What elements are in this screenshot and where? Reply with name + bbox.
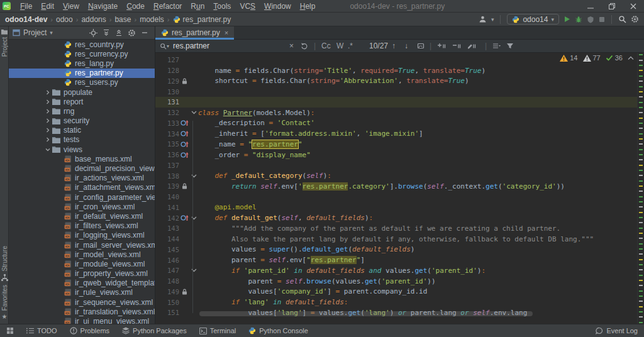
tree-item-ir_mail_server_views-xml[interactable]: <>ir_mail_server_views.xml bbox=[9, 240, 155, 250]
breadcrumb-item[interactable]: models bbox=[140, 15, 164, 24]
tree-item-report[interactable]: report bbox=[9, 97, 155, 106]
code-line-150[interactable]: 150 if 'lang' in default_fields: bbox=[155, 297, 637, 307]
tab-close-icon[interactable]: × bbox=[225, 29, 228, 36]
breadcrumb-item[interactable]: addons bbox=[81, 15, 106, 24]
filter-results-button[interactable] bbox=[492, 40, 501, 52]
settings-button[interactable] bbox=[631, 15, 639, 23]
tool-stripe-project[interactable]: Project bbox=[0, 29, 9, 57]
words-toggle[interactable]: W bbox=[336, 40, 343, 52]
code-line-144[interactable]: 144 Also take the parent lang by default… bbox=[155, 234, 637, 245]
tree-item-ir_rule_views-xml[interactable]: <>ir_rule_views.xml bbox=[9, 288, 155, 297]
menu-run[interactable]: Run bbox=[186, 2, 209, 11]
new-search-icon[interactable] bbox=[301, 40, 308, 52]
code-lines[interactable]: 127128 name = fields.Char(string='Title'… bbox=[155, 55, 637, 318]
find-in-selection-button[interactable] bbox=[417, 40, 425, 52]
chevron-right-icon[interactable] bbox=[45, 109, 52, 114]
menu-tools[interactable]: Tools bbox=[209, 2, 235, 11]
tool-stripe-favorites[interactable]: Favorites ★ bbox=[0, 285, 9, 320]
code-line-132[interactable]: 132class Partner(models.Model): bbox=[155, 108, 637, 118]
code-line-136[interactable]: 136 _order = "display_name" bbox=[155, 150, 637, 160]
select-occurrences-button[interactable] bbox=[467, 40, 476, 52]
tree-item-ir_logging_views-xml[interactable]: <>ir_logging_views.xml bbox=[9, 231, 155, 240]
remove-occurrence-button[interactable] bbox=[452, 40, 461, 52]
panel-settings-button[interactable] bbox=[128, 29, 136, 37]
menu-navigate[interactable]: Navigate bbox=[84, 2, 122, 11]
tree-item-ir_module_views-xml[interactable]: <>ir_module_views.xml bbox=[9, 259, 155, 268]
code-line-135[interactable]: 135 _name = "res.partner" bbox=[155, 139, 637, 150]
clear-search-icon[interactable]: × bbox=[289, 40, 294, 52]
code-line-143[interactable]: 143 """Add the company of the parent as … bbox=[155, 223, 637, 234]
coverage-button[interactable] bbox=[587, 16, 594, 23]
find-input[interactable]: res.partner bbox=[173, 40, 209, 52]
code-line-130[interactable]: 130 bbox=[155, 86, 637, 97]
code-line-142[interactable]: 142 def default_get(self, default_fields… bbox=[155, 213, 637, 223]
project-panel-title[interactable]: Project bbox=[23, 28, 47, 37]
tab-res-partner[interactable]: res_partner.py × bbox=[155, 26, 234, 39]
code-line-148[interactable]: 148 parent = self.browse(values.get('par… bbox=[155, 276, 637, 287]
tree-item-static[interactable]: static bbox=[9, 126, 155, 135]
user-icon[interactable] bbox=[479, 15, 487, 23]
add-occurrence-button[interactable] bbox=[437, 40, 446, 52]
tree-item-security[interactable]: security bbox=[9, 116, 155, 126]
tree-item-decimal_precision_views-xml[interactable]: <>decimal_precision_views.xml bbox=[9, 163, 155, 173]
tree-item-ir_default_views-xml[interactable]: <>ir_default_views.xml bbox=[9, 211, 155, 221]
breadcrumb-item[interactable]: res_partner.py bbox=[173, 15, 231, 24]
statusbar-tool-switcher[interactable] bbox=[6, 327, 14, 334]
next-match-button[interactable]: ↓ bbox=[404, 40, 408, 52]
breadcrumb-item[interactable]: odoo14-dev bbox=[5, 15, 47, 24]
error-stripe-scrollbar[interactable] bbox=[637, 53, 644, 324]
code-line-147[interactable]: 147 if 'parent_id' in default_fields and… bbox=[155, 265, 637, 276]
menu-code[interactable]: Code bbox=[122, 2, 149, 11]
tree-item-ir_actions_views-xml[interactable]: <>ir_actions_views.xml bbox=[9, 174, 155, 183]
statusbar-python-packages[interactable]: Python Packages bbox=[122, 327, 187, 334]
code-line-141[interactable]: 141 @api.model bbox=[155, 202, 637, 213]
menu-refactor[interactable]: Refactor bbox=[149, 2, 186, 11]
collapse-all-button[interactable] bbox=[115, 29, 123, 36]
code-line-145[interactable]: 145 values = super().default_get(default… bbox=[155, 245, 637, 255]
prev-match-button[interactable]: ↑ bbox=[392, 40, 396, 52]
tree-item-ir_attachment_views-xml[interactable]: <>ir_attachment_views.xml bbox=[9, 183, 155, 192]
menu-help[interactable]: Help bbox=[296, 2, 320, 11]
search-everywhere-button[interactable] bbox=[618, 15, 626, 23]
fold-marker-icon[interactable] bbox=[191, 111, 197, 114]
tree-item-res_country-py[interactable]: res_country.py bbox=[9, 40, 155, 49]
run-button[interactable] bbox=[564, 16, 570, 23]
code-line-134[interactable]: 134 _inherit = ['format.address.mixin', … bbox=[155, 128, 637, 139]
menu-vcs[interactable]: VCS bbox=[235, 2, 260, 11]
tree-item-ir_cron_views-xml[interactable]: <>ir_cron_views.xml bbox=[9, 202, 155, 211]
regex-toggle[interactable]: .* bbox=[348, 40, 353, 52]
code-line-131[interactable]: 131 bbox=[155, 97, 637, 108]
locate-file-button[interactable] bbox=[89, 29, 97, 37]
tool-stripe-structure[interactable]: Structure bbox=[0, 246, 9, 281]
tree-item-ir_sequence_views-xml[interactable]: <>ir_sequence_views.xml bbox=[9, 297, 155, 307]
tree-item-res_partner-py[interactable]: res_partner.py bbox=[9, 69, 155, 78]
tree-item-ir_property_views-xml[interactable]: <>ir_property_views.xml bbox=[9, 269, 155, 279]
chevron-right-icon[interactable] bbox=[45, 128, 52, 133]
match-case-toggle[interactable]: Cc bbox=[321, 40, 331, 52]
tree-item-ir_model_views-xml[interactable]: <>ir_model_views.xml bbox=[9, 250, 155, 259]
code-line-137[interactable]: 137 bbox=[155, 160, 637, 171]
menu-edit[interactable]: Edit bbox=[36, 2, 58, 11]
breadcrumb-item[interactable]: odoo bbox=[56, 15, 73, 24]
code-line-138[interactable]: 138 def _default_category(self): bbox=[155, 170, 637, 181]
menu-file[interactable]: File bbox=[16, 2, 36, 11]
code-line-146[interactable]: 146 parent = self.env["res.partner"] bbox=[155, 255, 637, 265]
menu-view[interactable]: View bbox=[58, 2, 84, 11]
chevron-right-icon[interactable] bbox=[45, 137, 52, 142]
code-area[interactable]: 14 77 36 127128 name = fields.Char(strin… bbox=[155, 53, 644, 324]
tree-item-res_users-py[interactable]: res_users.py bbox=[9, 78, 155, 87]
search-filter-button[interactable] bbox=[506, 40, 514, 52]
statusbar-problems[interactable]: Problems bbox=[70, 327, 109, 334]
chevron-right-icon[interactable] bbox=[45, 99, 52, 104]
chevron-right-icon[interactable] bbox=[45, 90, 52, 95]
tree-item-base_menus-xml[interactable]: <>base_menus.xml bbox=[9, 154, 155, 163]
chevron-up-icon[interactable] bbox=[628, 56, 634, 60]
hide-panel-button[interactable] bbox=[141, 29, 148, 36]
horizontal-scrollbar[interactable] bbox=[199, 311, 533, 316]
statusbar-event-log[interactable]: Event Log bbox=[596, 327, 638, 334]
code-line-128[interactable]: 128 name = fields.Char(string='Title', r… bbox=[155, 65, 637, 76]
tree-item-rng[interactable]: rng bbox=[9, 106, 155, 116]
code-line-129[interactable]: 129 shortcut = fields.Char(string='Abbre… bbox=[155, 76, 637, 87]
maximize-button[interactable] bbox=[601, 0, 623, 13]
code-line-133[interactable]: 133 _description = 'Contact' bbox=[155, 118, 637, 129]
